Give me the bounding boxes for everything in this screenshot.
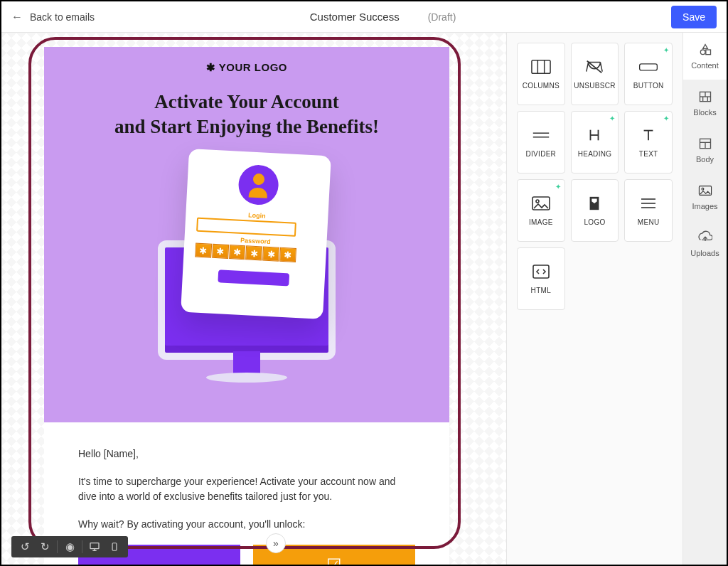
tab-body[interactable]: Body bbox=[683, 127, 727, 173]
block-menu[interactable]: MENU bbox=[624, 179, 673, 242]
block-html[interactable]: HTML bbox=[517, 247, 565, 310]
hero-section[interactable]: ✱ YOUR LOGO Activate Your Account and St… bbox=[44, 47, 449, 422]
headline[interactable]: Activate Your Account and Start Enjoying… bbox=[58, 90, 435, 139]
tab-label: Content bbox=[691, 61, 719, 70]
svg-point-17 bbox=[536, 200, 539, 203]
block-label: LOGO bbox=[584, 218, 605, 226]
svg-rect-23 bbox=[705, 50, 710, 55]
mobile-view-button[interactable] bbox=[105, 538, 124, 556]
svg-rect-21 bbox=[533, 265, 549, 278]
save-button[interactable]: Save bbox=[671, 6, 717, 28]
tab-label: Body bbox=[696, 155, 714, 164]
body-paragraph-1[interactable]: It's time to supercharge your experience… bbox=[78, 474, 415, 504]
card-button-graphic bbox=[218, 269, 289, 286]
svg-rect-4 bbox=[532, 60, 550, 73]
collapse-panel-button[interactable]: » bbox=[266, 533, 286, 553]
greeting-text[interactable]: Hello [Name], bbox=[78, 447, 415, 461]
tab-label: Uploads bbox=[690, 249, 719, 257]
block-label: IMAGE bbox=[529, 218, 553, 226]
block-label: UNSUBSCR bbox=[574, 82, 616, 90]
html-icon bbox=[531, 264, 551, 281]
tab-blocks[interactable]: Blocks bbox=[683, 80, 727, 127]
divider-icon bbox=[531, 127, 551, 144]
sparkle-icon: ✦ bbox=[555, 183, 561, 191]
unsubscribe-icon bbox=[584, 59, 604, 76]
block-text[interactable]: ✦TEXT bbox=[624, 111, 673, 173]
sparkle-icon: ✦ bbox=[663, 114, 669, 122]
block-label: BUTTON bbox=[633, 82, 664, 90]
image-icon bbox=[698, 183, 712, 199]
block-image[interactable]: ✦IMAGE bbox=[517, 179, 565, 242]
upload-icon bbox=[698, 230, 712, 246]
editor-canvas[interactable]: ✱ YOUR LOGO Activate Your Account and St… bbox=[1, 33, 506, 565]
block-columns[interactable]: COLUMNS bbox=[517, 43, 565, 105]
desktop-view-button[interactable] bbox=[85, 538, 104, 556]
menu-icon bbox=[638, 196, 658, 213]
tab-label: Blocks bbox=[693, 108, 716, 117]
check-icon: ☑ bbox=[326, 555, 342, 565]
tab-images[interactable]: Images bbox=[683, 173, 727, 220]
svg-point-33 bbox=[702, 188, 704, 190]
layout-icon bbox=[698, 137, 712, 152]
page-title[interactable]: Customer Success bbox=[310, 11, 400, 23]
back-to-emails[interactable]: ← Back to emails bbox=[11, 11, 95, 23]
body-paragraph-2[interactable]: Why wait? By activating your account, yo… bbox=[78, 517, 415, 532]
email-body[interactable]: Hello [Name], It's time to supercharge y… bbox=[44, 422, 449, 532]
avatar-icon bbox=[237, 164, 279, 206]
heading-icon bbox=[584, 127, 604, 144]
block-heading[interactable]: ✦HEADING bbox=[571, 111, 619, 173]
email-preview[interactable]: ✱ YOUR LOGO Activate Your Account and St… bbox=[44, 47, 449, 565]
block-label: TEXT bbox=[639, 150, 658, 158]
block-label: COLUMNS bbox=[523, 82, 560, 90]
svg-rect-8 bbox=[640, 63, 658, 70]
block-label: HEADING bbox=[578, 150, 612, 158]
columns-icon bbox=[531, 59, 551, 76]
login-card: Login Password ✱✱✱✱✱✱ bbox=[181, 149, 331, 319]
block-logo[interactable]: LOGO bbox=[571, 179, 619, 242]
block-label: MENU bbox=[638, 218, 660, 226]
image-icon bbox=[531, 196, 551, 213]
draft-status: (Draft) bbox=[428, 11, 456, 23]
sparkle-icon: ✦ bbox=[609, 114, 615, 122]
sparkle-icon: ✦ bbox=[663, 46, 669, 54]
svg-rect-0 bbox=[90, 543, 99, 549]
block-unsubscribe[interactable]: UNSUBSCR bbox=[571, 43, 619, 105]
undo-button[interactable]: ↺ bbox=[16, 538, 34, 556]
svg-point-22 bbox=[700, 50, 705, 55]
monitor-stand bbox=[233, 351, 260, 380]
bricks-icon bbox=[698, 90, 712, 105]
right-tabs: ContentBlocksBodyImagesUploads bbox=[682, 33, 727, 565]
back-label: Back to emails bbox=[30, 11, 95, 23]
tab-uploads[interactable]: Uploads bbox=[683, 220, 727, 267]
redo-button[interactable]: ↻ bbox=[36, 538, 54, 556]
preview-button[interactable]: ◉ bbox=[60, 538, 79, 556]
hero-illustration: Login Password ✱✱✱✱✱✱ bbox=[136, 152, 357, 380]
tab-content[interactable]: Content bbox=[683, 33, 727, 80]
block-divider[interactable]: DIVIDER bbox=[517, 111, 565, 173]
tab-label: Images bbox=[692, 202, 717, 210]
logo-icon bbox=[584, 196, 604, 213]
content-blocks-panel: COLUMNSUNSUBSCR✦BUTTONDIVIDER✦HEADING✦TE… bbox=[506, 33, 682, 565]
text-icon bbox=[638, 127, 658, 144]
block-button[interactable]: ✦BUTTON bbox=[624, 43, 673, 105]
bottom-toolbar: ↺ ↻ ◉ bbox=[11, 536, 128, 557]
block-label: HTML bbox=[531, 287, 551, 294]
login-input-graphic bbox=[196, 218, 296, 237]
logo-placeholder[interactable]: ✱ YOUR LOGO bbox=[58, 61, 435, 74]
button-icon bbox=[638, 59, 658, 76]
arrow-left-icon: ← bbox=[11, 11, 23, 23]
block-label: DIVIDER bbox=[525, 150, 556, 158]
shapes-icon bbox=[698, 43, 712, 58]
svg-rect-3 bbox=[112, 543, 117, 551]
